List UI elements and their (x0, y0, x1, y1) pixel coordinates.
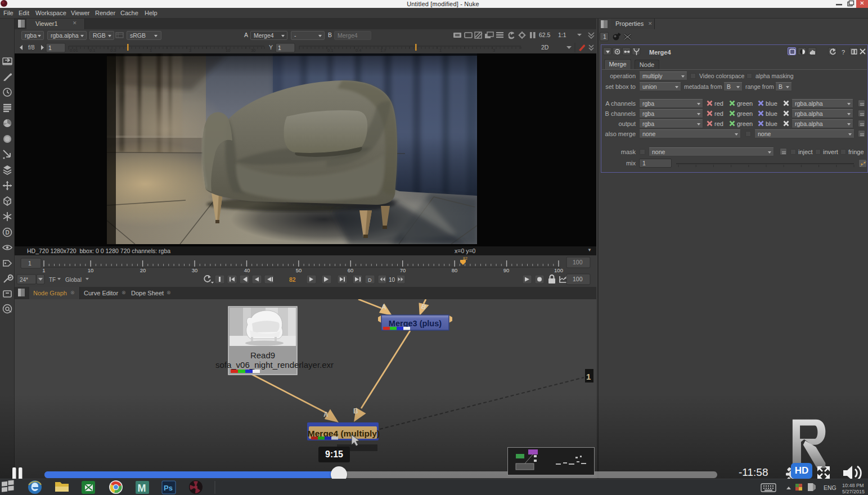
svg-text:2D: 2D (541, 44, 549, 51)
svg-text:1.7: 1.7 (380, 48, 386, 53)
svg-text:82: 82 (463, 256, 467, 260)
svg-text:100: 100 (573, 259, 583, 266)
svg-text:Y: Y (269, 44, 273, 51)
svg-text:sofa_v06_night_renderlayer.exr: sofa_v06_night_renderlayer.exr (215, 360, 334, 370)
svg-text:100: 100 (554, 267, 563, 272)
svg-text:70: 70 (400, 267, 406, 272)
svg-text:ENG: ENG (824, 484, 836, 491)
svg-text:5/27/2015: 5/27/2015 (842, 489, 865, 494)
svg-text:24*: 24* (20, 277, 28, 283)
svg-text:3: 3 (493, 48, 495, 53)
svg-text:30: 30 (251, 48, 255, 53)
svg-text:Global: Global (65, 277, 82, 283)
svg-text:Merge3 (plus): Merge3 (plus) (389, 319, 442, 328)
svg-text:3: 3 (189, 48, 191, 53)
svg-text:D: D (368, 277, 372, 283)
svg-text:1: 1 (278, 44, 281, 51)
svg-text:10: 10 (88, 267, 94, 272)
svg-text:0.1: 0.1 (327, 48, 333, 53)
svg-text:90: 90 (503, 267, 510, 272)
svg-text:TF: TF (49, 277, 56, 283)
svg-text:10: 10 (226, 48, 230, 53)
svg-text:0.4: 0.4 (356, 48, 361, 53)
svg-text:Ps: Ps (164, 484, 173, 492)
svg-text:82: 82 (289, 276, 296, 283)
svg-text:1: 1 (42, 267, 45, 272)
svg-text:60: 60 (348, 267, 354, 272)
svg-text:1: 1 (150, 48, 152, 53)
svg-text:80: 80 (452, 267, 458, 272)
svg-text:20: 20 (140, 267, 146, 272)
svg-text:f/8: f/8 (28, 44, 35, 51)
svg-text:30: 30 (192, 267, 198, 272)
svg-text:1: 1 (28, 260, 32, 267)
svg-text:10: 10 (389, 277, 395, 283)
svg-text:M: M (138, 483, 146, 494)
svg-text:10:48 PM: 10:48 PM (842, 483, 864, 488)
svg-text:A: A (381, 303, 386, 311)
svg-text:Read9: Read9 (250, 350, 275, 360)
svg-text:100: 100 (573, 276, 583, 282)
svg-text:40: 40 (244, 267, 250, 272)
svg-text:1: 1 (48, 44, 52, 51)
svg-text:50: 50 (296, 267, 302, 272)
svg-text:0.1: 0.1 (89, 48, 95, 53)
svg-text:D: D (6, 230, 10, 236)
svg-text:1: 1 (586, 372, 591, 381)
svg-text:0.01: 0.01 (70, 48, 78, 53)
svg-text:1: 1 (439, 48, 442, 53)
svg-text:0.3: 0.3 (110, 48, 116, 53)
